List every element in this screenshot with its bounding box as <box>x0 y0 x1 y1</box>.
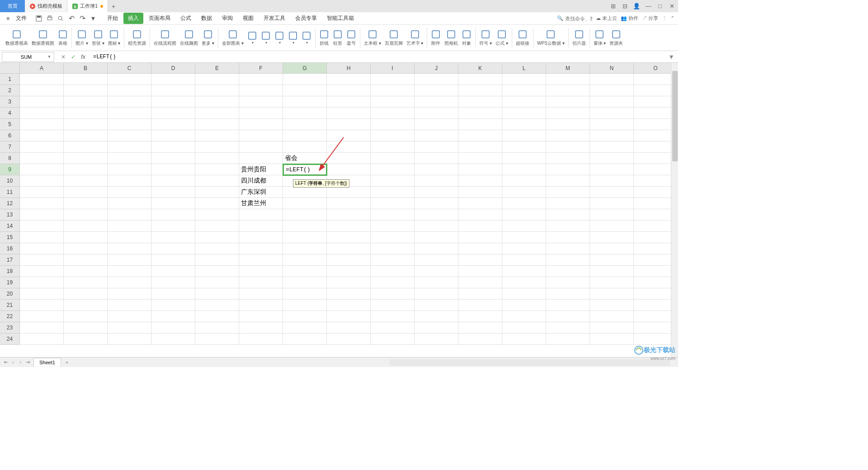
col-header-M[interactable]: M <box>546 63 590 74</box>
cell-E18[interactable] <box>195 266 239 277</box>
cell-H15[interactable] <box>327 232 371 243</box>
cell-H14[interactable] <box>327 221 371 232</box>
cell-L3[interactable] <box>502 96 546 108</box>
cell-J8[interactable] <box>415 153 458 164</box>
cell-N15[interactable] <box>590 232 634 243</box>
cell-A14[interactable] <box>20 221 64 232</box>
cell-H6[interactable] <box>327 130 371 141</box>
row-header-7[interactable]: 7 <box>0 141 20 153</box>
cell-F6[interactable] <box>239 130 283 141</box>
vertical-scroll-thumb[interactable] <box>672 71 678 161</box>
cell-N16[interactable] <box>590 243 634 254</box>
cell-L19[interactable] <box>502 277 546 288</box>
ribbon-形状[interactable]: 形状 ▾ <box>90 28 106 47</box>
cell-N12[interactable] <box>590 198 634 209</box>
cell-M22[interactable] <box>546 311 590 322</box>
cell-F16[interactable] <box>239 243 283 254</box>
cell-C20[interactable] <box>108 288 151 300</box>
cell-L20[interactable] <box>502 288 546 300</box>
cell-C23[interactable] <box>108 322 151 334</box>
cell-I16[interactable] <box>371 243 415 254</box>
cell-F23[interactable] <box>239 322 283 334</box>
cell-L2[interactable] <box>502 85 546 96</box>
cell-K17[interactable] <box>458 254 502 266</box>
ribbon-公式[interactable]: 公式 ▾ <box>494 28 510 47</box>
cell-C12[interactable] <box>108 198 151 209</box>
cell-N24[interactable] <box>590 334 634 345</box>
cell-B10[interactable] <box>64 175 108 187</box>
cell-B12[interactable] <box>64 198 108 209</box>
row-header-3[interactable]: 3 <box>0 96 20 108</box>
print-icon[interactable] <box>46 14 54 23</box>
cell-H3[interactable] <box>327 96 371 108</box>
cell-B3[interactable] <box>64 96 108 108</box>
cell-C6[interactable] <box>108 130 151 141</box>
cell-C5[interactable] <box>108 119 151 130</box>
col-header-N[interactable]: N <box>590 63 634 74</box>
cell-K20[interactable] <box>458 288 502 300</box>
cell-A19[interactable] <box>20 277 64 288</box>
cell-H5[interactable] <box>327 119 371 130</box>
cell-G18[interactable] <box>283 266 327 277</box>
ribbon-资源夹[interactable]: 资源夹 <box>608 28 625 47</box>
cell-C7[interactable] <box>108 141 151 153</box>
cell-G3[interactable] <box>283 96 327 108</box>
ribbon-超链接[interactable]: 超链接 <box>514 28 531 47</box>
horizontal-scrollbar[interactable] <box>390 359 670 366</box>
cell-N9[interactable] <box>590 164 634 175</box>
cell-B22[interactable] <box>64 311 108 322</box>
cell-B5[interactable] <box>64 119 108 130</box>
cell-M10[interactable] <box>546 175 590 187</box>
cell-I10[interactable] <box>371 175 415 187</box>
cell-B18[interactable] <box>64 266 108 277</box>
col-header-I[interactable]: I <box>371 63 415 74</box>
ribbon-chart4[interactable]: ▾ <box>286 30 300 46</box>
row-header-19[interactable]: 19 <box>0 277 20 288</box>
cell-E4[interactable] <box>195 108 239 119</box>
qat-dropdown-icon[interactable]: ▾ <box>89 14 97 23</box>
cell-G2[interactable] <box>283 85 327 96</box>
cell-H17[interactable] <box>327 254 371 266</box>
cell-I5[interactable] <box>371 119 415 130</box>
cell-E8[interactable] <box>195 153 239 164</box>
cell-J16[interactable] <box>415 243 458 254</box>
cell-E6[interactable] <box>195 130 239 141</box>
sheet-last-icon[interactable]: ⇥ <box>24 359 31 365</box>
cell-E20[interactable] <box>195 288 239 300</box>
row-header-12[interactable]: 12 <box>0 198 20 209</box>
cell-G20[interactable] <box>283 288 327 300</box>
col-header-E[interactable]: E <box>195 63 239 74</box>
cell-E10[interactable] <box>195 175 239 187</box>
cell-M2[interactable] <box>546 85 590 96</box>
cell-F3[interactable] <box>239 96 283 108</box>
cell-G4[interactable] <box>283 108 327 119</box>
cell-L5[interactable] <box>502 119 546 130</box>
cell-J13[interactable] <box>415 209 458 221</box>
cell-M9[interactable] <box>546 164 590 175</box>
cell-G13[interactable] <box>283 209 327 221</box>
cell-N3[interactable] <box>590 96 634 108</box>
cell-G6[interactable] <box>283 130 327 141</box>
cell-N20[interactable] <box>590 288 634 300</box>
cell-I18[interactable] <box>371 266 415 277</box>
cell-M15[interactable] <box>546 232 590 243</box>
cell-F9[interactable]: 贵州贵阳 <box>239 164 283 175</box>
cell-M20[interactable] <box>546 288 590 300</box>
cell-D16[interactable] <box>151 243 195 254</box>
cell-B14[interactable] <box>64 221 108 232</box>
cell-E14[interactable] <box>195 221 239 232</box>
col-header-J[interactable]: J <box>415 63 458 74</box>
cell-N19[interactable] <box>590 277 634 288</box>
cell-H20[interactable] <box>327 288 371 300</box>
cell-H24[interactable] <box>327 334 371 345</box>
ribbon-页眉页脚[interactable]: 页眉页脚 <box>383 28 405 47</box>
cell-B11[interactable] <box>64 187 108 198</box>
close-button[interactable]: ✕ <box>667 2 676 11</box>
menu-tab-4[interactable]: 数据 <box>197 13 217 24</box>
cell-E11[interactable] <box>195 187 239 198</box>
cell-D3[interactable] <box>151 96 195 108</box>
cell-F14[interactable] <box>239 221 283 232</box>
cell-I22[interactable] <box>371 311 415 322</box>
ribbon-更多[interactable]: 更多 ▾ <box>200 28 216 47</box>
cell-K7[interactable] <box>458 141 502 153</box>
